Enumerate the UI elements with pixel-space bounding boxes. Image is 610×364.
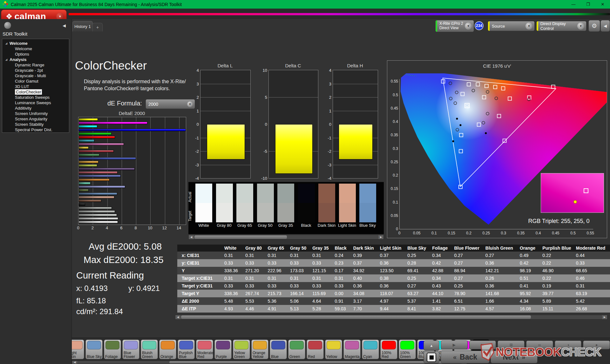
scrollbar-thumb[interactable] bbox=[194, 235, 287, 239]
source-dropdown[interactable]: Source ▼ bbox=[488, 21, 535, 31]
meter-dropdown[interactable]: X-Rite i1Pro 2 Direct View ▼ bbox=[435, 20, 474, 32]
table-cell: 0.33 bbox=[332, 282, 350, 290]
mini-toolbar-button-4[interactable]: ∞ bbox=[526, 340, 553, 349]
tree-expander-icon[interactable]: ◢ bbox=[5, 41, 9, 46]
patch-button-foliage[interactable]: Foliage bbox=[104, 340, 121, 359]
tab-add-button[interactable]: + bbox=[92, 23, 103, 31]
tree-item-grayscale-2pt[interactable]: Grayscale - 2pt bbox=[2, 68, 69, 73]
x-tick-label: 0 bbox=[77, 226, 79, 230]
swatch-gray-50[interactable]: Gray 50 bbox=[257, 184, 274, 228]
table-cell: 0.28 bbox=[405, 259, 430, 267]
mini-toolbar-button-5[interactable]: ◑ bbox=[555, 340, 582, 349]
swatch-light-skin[interactable]: Light Skin bbox=[339, 184, 356, 228]
patch-button-moderate-red[interactable]: Moderate Red bbox=[196, 340, 213, 359]
de-formula-dropdown[interactable]: 2000 ▼ bbox=[146, 99, 195, 109]
tree-item-dynamic-range[interactable]: Dynamic Range bbox=[2, 62, 69, 68]
patch-button-yellow[interactable]: Yellow bbox=[325, 340, 342, 359]
patch-button-yellow-green[interactable]: Yellow Green bbox=[233, 340, 250, 359]
tree-item-grayscale-multi[interactable]: Grayscale - Multi bbox=[2, 73, 69, 78]
mini-toolbar-button-1[interactable]: ▶ bbox=[441, 340, 468, 349]
table-cell: 78.90 bbox=[452, 290, 483, 297]
tree-item-luminance-sweeps[interactable]: Luminance Sweeps bbox=[2, 100, 69, 105]
chevron-down-icon[interactable]: ▼ bbox=[577, 23, 584, 30]
stop-measure-button[interactable] bbox=[424, 351, 439, 363]
meter-count-badge[interactable]: 234 bbox=[475, 21, 484, 30]
stop-icon bbox=[427, 353, 436, 362]
patch-bar-expand-button[interactable]: ▲ bbox=[424, 340, 439, 351]
scroll-left-icon[interactable]: ◀ bbox=[175, 315, 180, 319]
table-cell: 5.28 bbox=[310, 305, 332, 313]
swatch-gray-80[interactable]: Gray 80 bbox=[216, 184, 233, 228]
patch-button-magenta[interactable]: Magenta bbox=[343, 340, 361, 359]
tree-item-saturation-sweeps[interactable]: Saturation Sweeps bbox=[2, 95, 69, 100]
swatch-blue-sky[interactable]: Blue Sky bbox=[359, 184, 376, 228]
tree-item-spectral-power-dist-[interactable]: Spectral Power Dist. bbox=[2, 127, 69, 132]
tree-item-additivity[interactable]: Additivity bbox=[2, 105, 69, 111]
sidebar-status-orb[interactable] bbox=[4, 22, 11, 29]
swatch-dark-skin[interactable]: Dark Skin bbox=[318, 184, 335, 228]
patch-button-green[interactable]: Green bbox=[288, 340, 305, 359]
display-control-dropdown[interactable]: Direct Display Control ▼ bbox=[536, 21, 586, 31]
tree-item-analysis[interactable]: ◢Analysis bbox=[2, 57, 69, 62]
swatch-black[interactable]: Black bbox=[298, 184, 315, 228]
patch-button-blue[interactable]: Blue bbox=[270, 340, 287, 359]
patch-button-bluish-green[interactable]: Bluish Green bbox=[141, 340, 158, 359]
table-cell: 5.37 bbox=[405, 297, 430, 305]
minimize-button[interactable]: — bbox=[566, 0, 581, 9]
tree-item-screen-angularity[interactable]: Screen Angularity bbox=[2, 116, 69, 122]
scroll-right-icon[interactable]: ▶ bbox=[378, 235, 383, 239]
scrollbar-thumb[interactable] bbox=[181, 315, 531, 319]
settings-button[interactable]: ⚙ bbox=[588, 20, 600, 32]
chevron-down-icon[interactable]: ▼ bbox=[465, 23, 472, 30]
patch-button-blue-sky[interactable]: Blue Sky bbox=[85, 340, 103, 359]
tree-item-colorchecker[interactable]: ColorChecker bbox=[2, 89, 69, 95]
swatch-white[interactable]: White bbox=[195, 184, 212, 228]
patch-button-blue-flower[interactable]: Blue Flower bbox=[122, 340, 139, 359]
scroll-left-icon[interactable]: ◀ bbox=[189, 235, 194, 239]
patch-button-red[interactable]: Red bbox=[307, 340, 324, 359]
patch-label: Red bbox=[308, 355, 323, 359]
scroll-left-icon[interactable]: ◀ bbox=[72, 361, 77, 364]
tree-item-welcome[interactable]: ◢Welcome bbox=[2, 41, 69, 46]
swatch-gray-35[interactable]: Gray 35 bbox=[277, 184, 294, 228]
deltae-bar-green bbox=[78, 154, 99, 156]
tree-item-welcome[interactable]: Welcome bbox=[2, 46, 69, 51]
y-tick-label: 1 bbox=[329, 108, 331, 113]
patch-button-cyan[interactable]: Cyan bbox=[362, 340, 379, 359]
tree-item-3d-lut[interactable]: 3D LUT bbox=[2, 84, 69, 89]
mini-toolbar-button-6[interactable]: ● bbox=[583, 340, 610, 349]
gridline bbox=[165, 117, 165, 225]
tree-item-screen-uniformity[interactable]: Screen Uniformity bbox=[2, 111, 69, 116]
table-cell: 118.07 bbox=[377, 290, 405, 297]
patch-button-light-skin[interactable]: Light Skin bbox=[72, 340, 84, 359]
scroll-right-icon[interactable]: ▶ bbox=[602, 315, 607, 319]
tree-item-options[interactable]: Options bbox=[2, 51, 69, 57]
swatch-strip-scrollbar[interactable]: ◀ ▶ bbox=[188, 235, 384, 239]
close-button[interactable]: ✕ bbox=[595, 0, 610, 9]
mini-toolbar-button-2[interactable]: ▶ bbox=[469, 340, 496, 349]
patch-bar-scrollbar[interactable]: ◀ ▶ bbox=[72, 361, 467, 364]
patch-button-100-red[interactable]: 100% Red bbox=[380, 340, 397, 359]
panel-collapse-button[interactable]: ◀ bbox=[600, 20, 610, 32]
mini-toolbar-button-3[interactable]: ⊞ bbox=[498, 340, 525, 349]
back-button[interactable]: « Back bbox=[441, 351, 490, 363]
tree-item-screen-stability[interactable]: Screen Stability bbox=[2, 122, 69, 127]
patch-button-purplish-blue[interactable]: Purplish Blue bbox=[178, 340, 195, 359]
tree-expander-icon[interactable]: ◢ bbox=[5, 57, 9, 62]
patch-button-purple[interactable]: Purple bbox=[214, 340, 232, 359]
next-button[interactable]: Next » bbox=[491, 351, 538, 363]
chevron-down-icon[interactable]: ▼ bbox=[187, 101, 193, 107]
scrollbar-thumb[interactable] bbox=[169, 361, 454, 363]
table-scrollbar[interactable]: ◀ ▶ bbox=[175, 315, 607, 320]
sidebar-collapse-icon[interactable]: ◀ bbox=[61, 22, 67, 29]
patch-button-100-green[interactable]: 100% Green bbox=[399, 340, 416, 359]
swatch-gray-65[interactable]: Gray 65 bbox=[236, 184, 253, 228]
table-cell: 5.48 bbox=[222, 297, 243, 305]
patch-button-orange-yellow[interactable]: Orange Yellow bbox=[251, 340, 268, 359]
table-cell: 68.65 bbox=[573, 267, 610, 274]
chevron-down-icon[interactable]: ▼ bbox=[525, 23, 532, 30]
tree-item-color-gamut[interactable]: Color Gamut bbox=[2, 78, 69, 84]
patch-button-orange[interactable]: Orange bbox=[159, 340, 176, 359]
maximize-button[interactable]: ❐ bbox=[581, 0, 595, 9]
tab-history-1[interactable]: History 1 bbox=[72, 21, 93, 31]
